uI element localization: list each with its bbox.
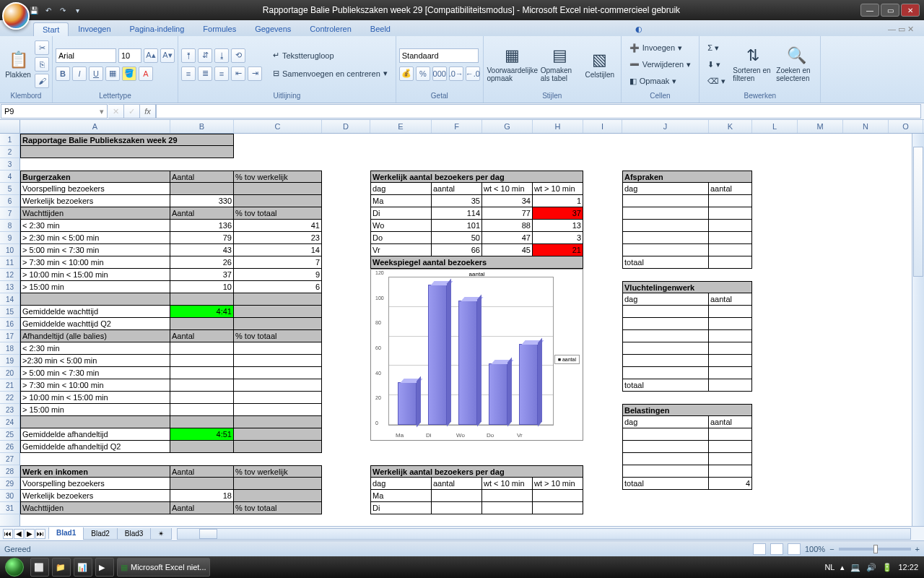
fill-color-button[interactable]: 🪣 bbox=[122, 66, 136, 81]
row-header[interactable]: 15 bbox=[0, 306, 19, 318]
cell[interactable]: > 10:00 min < 15:00 min bbox=[20, 269, 170, 281]
cell[interactable] bbox=[709, 244, 752, 256]
cell[interactable]: 4:51 bbox=[170, 428, 234, 441]
cell[interactable]: > 5:00 min < 7:30 min bbox=[20, 244, 170, 256]
col-header[interactable]: E bbox=[370, 120, 432, 133]
format-cells-button[interactable]: ◧Opmaak▾ bbox=[624, 74, 696, 88]
orientation-icon[interactable]: ⟲ bbox=[231, 48, 245, 63]
align-left-icon[interactable]: ≡ bbox=[181, 66, 196, 81]
cell[interactable] bbox=[234, 490, 322, 502]
cell[interactable]: dag bbox=[370, 478, 432, 490]
cell[interactable]: Vr bbox=[370, 244, 432, 256]
cell[interactable]: Werkelijk bezoekers bbox=[20, 490, 170, 502]
col-header[interactable]: N bbox=[843, 120, 889, 133]
comma-icon[interactable]: 000 bbox=[432, 66, 447, 81]
cell[interactable]: 50 bbox=[432, 232, 482, 244]
cell[interactable] bbox=[170, 183, 234, 195]
cancel-fx-icon[interactable]: ✕ bbox=[108, 104, 124, 118]
row-header[interactable]: 12 bbox=[0, 269, 19, 281]
cell[interactable]: Vluchtelingenwerk bbox=[622, 281, 752, 293]
undo-icon[interactable]: ↶ bbox=[43, 5, 53, 15]
row-header[interactable]: 17 bbox=[0, 330, 19, 342]
cell[interactable] bbox=[170, 293, 234, 306]
cell[interactable] bbox=[709, 465, 752, 478]
underline-button[interactable]: U bbox=[89, 66, 103, 81]
sheet-nav-prev-icon[interactable]: ◀ bbox=[14, 529, 24, 539]
redo-icon[interactable]: ↷ bbox=[58, 5, 68, 15]
row-header[interactable]: 7 bbox=[0, 207, 19, 220]
cell[interactable] bbox=[709, 441, 752, 453]
cell[interactable] bbox=[20, 293, 170, 306]
lang-indicator[interactable]: NL bbox=[824, 563, 834, 571]
paste-button[interactable]: 📋Plakken bbox=[3, 40, 33, 88]
cell[interactable] bbox=[622, 465, 709, 478]
cell[interactable]: totaal bbox=[622, 379, 709, 392]
row-header[interactable]: 8 bbox=[0, 220, 19, 232]
worksheet-grid[interactable]: ABCDEFGHIJKLMNO 123456789101112131415161… bbox=[0, 120, 924, 526]
cell[interactable] bbox=[709, 379, 752, 392]
cell[interactable]: 9 bbox=[234, 269, 322, 281]
cell[interactable]: > 7:30 min < 10:00 min bbox=[20, 379, 170, 392]
cell[interactable]: Gemiddelde wachttijd Q2 bbox=[20, 318, 170, 330]
align-bottom-icon[interactable]: ⭳ bbox=[214, 48, 229, 63]
tab-beeld[interactable]: Beeld bbox=[361, 22, 400, 36]
cell[interactable]: dag bbox=[622, 183, 709, 195]
cell[interactable] bbox=[170, 318, 234, 330]
tray-chevron-icon[interactable]: ▴ bbox=[840, 563, 845, 572]
wrap-text-button[interactable]: ↵Tekstterugloop bbox=[268, 48, 393, 63]
inc-decimal-icon[interactable]: .0→ bbox=[449, 66, 463, 81]
cell[interactable] bbox=[622, 428, 709, 441]
col-header[interactable]: O bbox=[889, 120, 923, 133]
cell[interactable] bbox=[170, 478, 234, 490]
cell[interactable]: Ma bbox=[370, 490, 432, 502]
sheet-nav-last-icon[interactable]: ⏭ bbox=[35, 529, 45, 539]
cell[interactable]: 101 bbox=[432, 220, 482, 232]
col-header[interactable]: L bbox=[752, 120, 798, 133]
cell[interactable] bbox=[234, 392, 322, 404]
cell[interactable]: Ma bbox=[370, 195, 432, 207]
row-header[interactable]: 31 bbox=[0, 502, 19, 514]
cell[interactable]: aantal bbox=[709, 416, 752, 428]
fill-button[interactable]: ⬇ ▾ bbox=[702, 57, 731, 72]
format-as-table-button[interactable]: ▤Opmaken als tabel bbox=[540, 40, 580, 88]
cell[interactable]: totaal bbox=[622, 256, 709, 269]
cell[interactable] bbox=[709, 207, 752, 220]
tab-controleren[interactable]: Controleren bbox=[300, 22, 360, 36]
currency-icon[interactable]: 💰 bbox=[399, 66, 414, 81]
horizontal-scrollbar[interactable] bbox=[177, 528, 911, 540]
taskbar-item[interactable]: 📁 bbox=[52, 558, 71, 577]
cell[interactable]: 88 bbox=[482, 220, 533, 232]
cell[interactable] bbox=[234, 428, 322, 441]
cell[interactable] bbox=[622, 355, 709, 367]
cell-styles-button[interactable]: ▧Celstijlen bbox=[582, 40, 618, 88]
cell[interactable] bbox=[170, 392, 234, 404]
cell[interactable]: 35 bbox=[432, 195, 482, 207]
qat-more-icon[interactable]: ▾ bbox=[72, 5, 82, 15]
cell[interactable]: Voorspelling bezoekers bbox=[20, 183, 170, 195]
cell[interactable] bbox=[234, 183, 322, 195]
cell[interactable] bbox=[622, 453, 709, 465]
tray-volume-icon[interactable]: 🔊 bbox=[866, 563, 876, 572]
col-header[interactable]: H bbox=[533, 120, 583, 133]
cell[interactable]: 1 bbox=[533, 195, 583, 207]
formula-bar[interactable] bbox=[156, 104, 921, 118]
cell[interactable]: dag bbox=[370, 183, 432, 195]
copy-icon[interactable]: ⎘ bbox=[35, 57, 49, 72]
cell[interactable]: 41 bbox=[234, 220, 322, 232]
bold-button[interactable]: B bbox=[56, 66, 70, 81]
row-header[interactable]: 16 bbox=[0, 318, 19, 330]
cell[interactable]: Gemiddelde afhandeltijd Q2 bbox=[20, 441, 170, 453]
cell[interactable]: Afhandeltijd (alle balies) bbox=[20, 330, 170, 342]
row-header[interactable]: 30 bbox=[0, 490, 19, 502]
start-button[interactable] bbox=[0, 556, 29, 578]
sort-filter-button[interactable]: ⇅Sorteren en filteren bbox=[732, 40, 774, 88]
row-header[interactable]: 10 bbox=[0, 244, 19, 256]
row-header[interactable]: 3 bbox=[0, 158, 19, 171]
cell[interactable] bbox=[709, 256, 752, 269]
cell[interactable]: Belastingen bbox=[622, 404, 752, 416]
format-painter-icon[interactable]: 🖌 bbox=[35, 74, 49, 88]
merge-center-button[interactable]: ⊟Samenvoegen en centreren▾ bbox=[268, 66, 393, 81]
cell[interactable]: Gemiddelde afhandeltijd bbox=[20, 428, 170, 441]
cell[interactable]: > 5:00 min < 7:30 min bbox=[20, 367, 170, 379]
cell[interactable] bbox=[709, 367, 752, 379]
